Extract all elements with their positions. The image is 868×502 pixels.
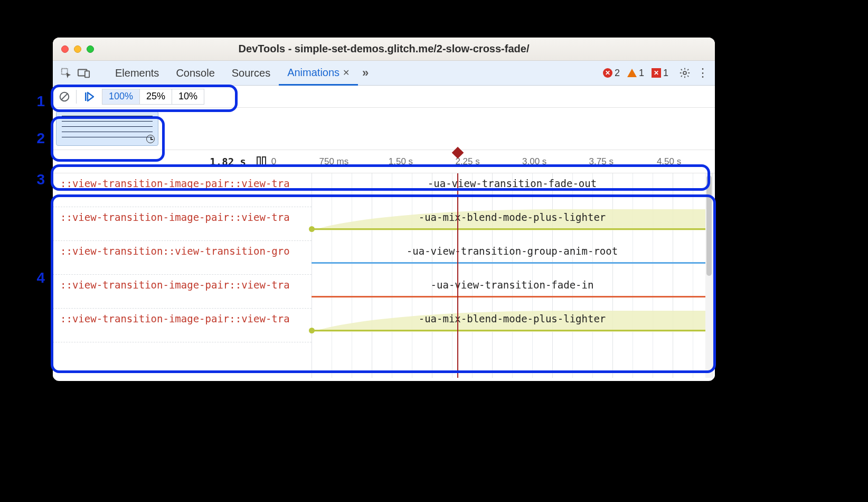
pause-icon[interactable] [253, 156, 269, 167]
kebab-menu-icon[interactable]: ⋮ [694, 64, 712, 82]
keyframe-dot[interactable] [309, 226, 315, 232]
animation-details: ::view-transition-image-pair::view-tra :… [53, 173, 715, 378]
svg-line-5 [61, 93, 68, 100]
inspect-icon[interactable] [57, 64, 75, 82]
tick-2_25: 2.25 s [455, 156, 479, 167]
playback-speed-group: 100% 25% 10% [102, 89, 204, 105]
devtools-window: DevTools - simple-set-demos.glitch.me/2-… [53, 38, 715, 381]
svg-rect-8 [262, 157, 266, 166]
timeline-column[interactable]: -ua-view-transition-fade-out-ua-mix-blen… [312, 173, 713, 378]
divider [76, 90, 77, 104]
close-icon[interactable]: ✕ [343, 68, 350, 78]
animation-track[interactable]: -ua-mix-blend-mode-plus-lighter [312, 309, 713, 342]
track-line[interactable] [312, 296, 713, 298]
selector-column: ::view-transition-image-pair::view-tra :… [53, 173, 312, 378]
tick-4_5: 4.50 s [657, 156, 681, 167]
animation-name-label: -ua-view-transition-fade-out [312, 178, 713, 189]
animation-track[interactable]: -ua-view-transition-group-anim-root [312, 241, 713, 275]
console-errors[interactable]: ✕ 2 [603, 68, 620, 79]
vertical-scrollbar[interactable] [705, 173, 713, 378]
warning-icon [627, 69, 637, 77]
tab-console[interactable]: Console [167, 61, 223, 85]
devtools-tabstrip: Elements Console Sources Animations ✕ » … [53, 61, 715, 86]
keyframe-dot[interactable] [309, 328, 315, 333]
track-line[interactable] [312, 330, 713, 331]
tick-3_75: 3.75 s [589, 156, 614, 167]
animation-buffer-row [53, 108, 715, 150]
titlebar: DevTools - simple-set-demos.glitch.me/2-… [53, 38, 715, 61]
window-title: DevTools - simple-set-demos.glitch.me/2-… [53, 43, 715, 55]
issue-count: 1 [663, 68, 668, 79]
tab-elements[interactable]: Elements [107, 61, 167, 85]
timeline-ticks: 0 750 ms 1.50 s 2.25 s 3.00 s 3.75 s 4.5… [269, 150, 715, 173]
error-icon: ✕ [603, 68, 612, 78]
clear-icon[interactable] [55, 91, 74, 103]
svg-rect-2 [85, 71, 89, 77]
track-line[interactable] [312, 194, 713, 196]
tab-animations-label: Animations [287, 67, 339, 79]
tick-0: 0 [271, 156, 276, 167]
play-resume-icon[interactable] [79, 91, 100, 102]
speed-10-button[interactable]: 10% [172, 89, 204, 105]
selector-text[interactable]: ::view-transition::view-transition-gro [60, 245, 306, 257]
tab-sources[interactable]: Sources [223, 61, 279, 85]
warning-count: 1 [639, 68, 644, 79]
animation-track[interactable]: -ua-view-transition-fade-out [312, 173, 713, 207]
speed-100-button[interactable]: 100% [102, 89, 140, 105]
tick-750: 750 ms [319, 156, 349, 167]
issue-icon: ✕ [652, 68, 661, 78]
animation-name-label: -ua-mix-blend-mode-plus-lighter [312, 211, 713, 223]
selector-text[interactable]: ::view-transition-image-pair::view-tra [60, 313, 306, 324]
svg-point-3 [683, 71, 686, 75]
animation-name-label: -ua-view-transition-group-anim-root [312, 245, 713, 257]
animation-group-thumbnail[interactable] [56, 111, 158, 146]
animation-name-label: -ua-mix-blend-mode-plus-lighter [312, 313, 713, 324]
animations-toolbar: 100% 25% 10% [53, 86, 715, 108]
playhead[interactable] [457, 173, 458, 378]
animation-name-label: -ua-view-transition-fade-in [312, 279, 713, 291]
settings-icon[interactable] [676, 64, 694, 82]
animation-track[interactable]: -ua-view-transition-fade-in [312, 275, 713, 309]
clock-icon [146, 135, 155, 143]
selector-text[interactable]: ::view-transition-image-pair::view-tra [60, 211, 306, 223]
error-count: 2 [615, 68, 620, 79]
track-line[interactable] [312, 228, 713, 230]
tick-3_0: 3.00 s [522, 156, 546, 167]
speed-25-button[interactable]: 25% [140, 89, 172, 105]
svg-rect-7 [257, 157, 260, 166]
tick-1_5: 1.50 s [389, 156, 413, 167]
annotation-4: 4 [29, 269, 45, 286]
console-warnings[interactable]: 1 [627, 68, 644, 79]
annotation-3: 3 [29, 171, 45, 188]
annotation-1: 1 [29, 93, 45, 110]
selector-text[interactable]: ::view-transition-image-pair::view-tra [60, 279, 306, 291]
selector-text[interactable]: ::view-transition-image-pair::view-tra [60, 178, 306, 189]
annotation-2: 2 [29, 130, 45, 147]
svg-rect-6 [85, 92, 87, 101]
current-time-label: 1.82 s [53, 156, 253, 168]
tab-animations[interactable]: Animations ✕ [279, 61, 358, 86]
more-tabs-icon[interactable]: » [358, 66, 373, 80]
animation-track[interactable]: -ua-mix-blend-mode-plus-lighter [312, 207, 713, 241]
console-issues[interactable]: ✕ 1 [652, 68, 668, 79]
track-line[interactable] [312, 262, 713, 264]
timeline-ruler[interactable]: 1.82 s 0 750 ms 1.50 s 2.25 s 3.00 s 3.7… [53, 150, 715, 173]
device-toolbar-icon[interactable] [75, 64, 93, 82]
